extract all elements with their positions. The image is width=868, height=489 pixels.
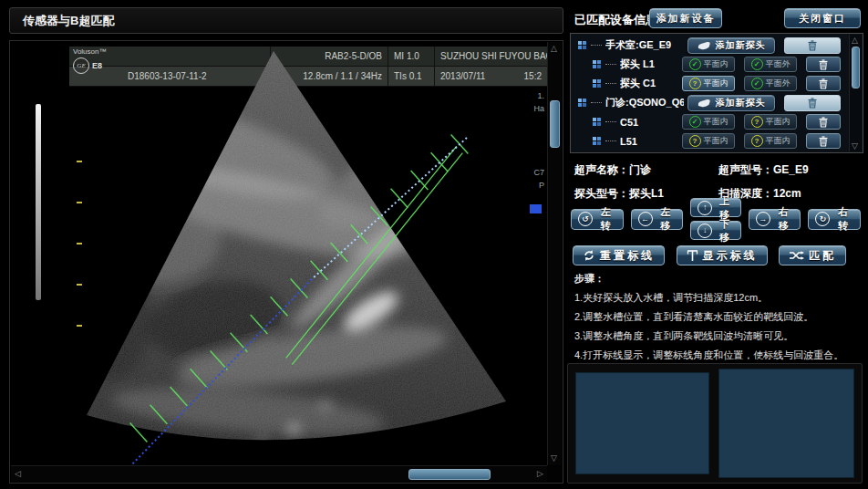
adjustment-buttons: ↺ 左转 ← 左移 ↑ 上移 ↓ 下移 → 右移 ↻ 右转 xyxy=(571,195,861,243)
probe-icon xyxy=(698,99,711,108)
scroll-left-icon[interactable]: ◁ xyxy=(15,470,21,478)
question-status-icon: ? xyxy=(751,135,763,147)
button-label: 左移 xyxy=(657,205,677,233)
match-button[interactable]: 匹配 xyxy=(779,245,846,265)
us-name-label: 超声名称： xyxy=(574,163,629,176)
tree-node-icon xyxy=(578,41,587,50)
tree-row-probe[interactable]: 探头 C1?平面内✓平面外 xyxy=(573,74,848,93)
calibration-status-button[interactable]: ?平面内 xyxy=(682,133,735,149)
button-label: 左转 xyxy=(597,205,616,233)
scroll-down-icon[interactable]: ▽ xyxy=(551,454,557,463)
tree-node-icon xyxy=(593,137,602,146)
calibration-status-button[interactable]: ✓平面内 xyxy=(682,114,735,130)
button-label: 显示标线 xyxy=(703,248,758,264)
button-label: 重置标线 xyxy=(600,248,655,264)
add-probe-button[interactable]: 添加新探头 xyxy=(687,95,775,111)
steps-title: 步骤： xyxy=(574,272,859,286)
rotate-left-button[interactable]: ↺ 左转 xyxy=(571,209,624,230)
tree-row-probe[interactable]: 探头 L1✓平面内✓平面外 xyxy=(573,55,848,74)
scroll-up-icon[interactable]: △ xyxy=(551,45,557,53)
tree-node-icon xyxy=(593,60,602,69)
tree-node-label: 探头 C1 xyxy=(620,77,678,90)
ultrasound-sector-image xyxy=(11,42,547,465)
calibration-status-button[interactable]: ✓平面外 xyxy=(744,57,797,72)
arrow-right-icon: → xyxy=(756,212,770,226)
calibration-status-button[interactable]: ?平面内 xyxy=(682,76,735,91)
horizontal-scrollbar[interactable]: ◁ ▷ xyxy=(11,465,547,482)
delete-device-button[interactable] xyxy=(784,37,841,54)
trash-icon xyxy=(819,136,828,147)
vertical-scroll-thumb[interactable] xyxy=(550,100,560,148)
move-down-button[interactable]: ↓ 下移 xyxy=(690,221,741,240)
add-device-button[interactable]: 添加新设备 xyxy=(649,8,722,28)
tree-node-icon xyxy=(593,79,602,88)
calibration-status-button[interactable]: ?平面内 xyxy=(744,114,797,130)
blue-marker-chip xyxy=(530,204,542,213)
badge-label: 平面内 xyxy=(704,116,728,128)
check-status-icon: ✓ xyxy=(751,58,763,70)
step-item: 4.打开标线显示，调整标线角度和位置，使标线与回波重合。 xyxy=(574,349,859,362)
rotate-right-button[interactable]: ↻ 右转 xyxy=(808,209,861,230)
step-item: 1.夹好探头放入水槽，调节扫描深度12cm。 xyxy=(574,291,859,305)
close-window-button[interactable]: 关闭窗口 xyxy=(784,8,861,28)
tree-node-label: C51 xyxy=(620,117,678,128)
delete-probe-button[interactable] xyxy=(806,133,841,149)
delete-probe-button[interactable] xyxy=(806,57,841,72)
sensor-match-window: 传感器与B超匹配 xyxy=(0,0,868,489)
check-status-icon: ✓ xyxy=(751,78,763,89)
badge-label: 平面内 xyxy=(704,135,728,147)
tree-connector xyxy=(591,45,602,46)
badge-label: 平面内 xyxy=(766,135,790,147)
action-buttons: 重置标线 显示标线 匹配 xyxy=(573,245,846,265)
tree-row-device[interactable]: 门诊:QSONO_Q6添加新探头 xyxy=(573,93,848,112)
reset-line-button[interactable]: 重置标线 xyxy=(573,245,665,265)
horizontal-scroll-thumb[interactable] xyxy=(408,469,491,480)
move-right-button[interactable]: → 右移 xyxy=(749,209,801,230)
tree-row-probe[interactable]: L51?平面内?平面内 xyxy=(573,131,848,151)
trash-icon xyxy=(808,98,817,109)
us-model-label: 超声型号： xyxy=(718,163,773,176)
vertical-scrollbar[interactable]: △ ▽ xyxy=(547,42,562,465)
tree-node-label: 探头 L1 xyxy=(620,57,678,71)
preview-panels xyxy=(567,363,863,484)
tree-scrollbar[interactable]: △ ▽ xyxy=(849,35,862,151)
rotate-left-icon: ↺ xyxy=(578,212,593,226)
trash-icon xyxy=(819,117,828,128)
tree-row-probe[interactable]: C51✓平面内?平面内 xyxy=(573,112,848,131)
calibration-status-button[interactable]: ?平面内 xyxy=(744,133,797,149)
tree-connector xyxy=(605,64,616,65)
us-name-value: 门诊 xyxy=(629,163,651,176)
scroll-down-icon[interactable]: ▽ xyxy=(852,142,858,151)
ge-logo-icon: GE xyxy=(73,57,89,74)
button-label: 匹配 xyxy=(809,248,836,264)
question-status-icon: ? xyxy=(689,135,701,147)
delete-probe-button[interactable] xyxy=(806,76,841,91)
calibration-status-button[interactable]: ✓平面内 xyxy=(682,57,735,72)
calibration-status-button[interactable]: ✓平面外 xyxy=(744,76,797,91)
trash-icon xyxy=(819,59,828,70)
scroll-up-icon[interactable]: △ xyxy=(852,36,858,45)
reset-refresh-icon xyxy=(583,249,595,262)
vendor-logo: Voluson™ GE E8 xyxy=(73,47,128,86)
button-label: 右转 xyxy=(834,205,853,233)
add-probe-button[interactable]: 添加新探头 xyxy=(687,37,775,54)
tree-scroll-thumb[interactable] xyxy=(852,47,860,88)
tree-row-device[interactable]: 手术室:GE_E9添加新探头 xyxy=(573,36,848,55)
tree-connector xyxy=(605,140,616,141)
delete-probe-button[interactable] xyxy=(806,114,841,130)
move-left-button[interactable]: ← 左移 xyxy=(631,209,684,230)
step-item: 3.调整水槽角度，直到两条靶线回波均清晰可见。 xyxy=(574,329,859,343)
scroll-right-icon[interactable]: ▷ xyxy=(537,470,543,478)
delete-device-button[interactable] xyxy=(784,95,841,111)
us-model-value: GE_E9 xyxy=(773,163,809,176)
trash-icon xyxy=(819,78,828,89)
move-up-button[interactable]: ↑ 上移 xyxy=(690,198,741,217)
show-line-button[interactable]: 显示标线 xyxy=(677,245,768,265)
step-item: 2.调整水槽位置，直到看清楚离水面较近的靶线回波。 xyxy=(574,310,859,324)
arrow-down-icon: ↓ xyxy=(698,224,712,238)
model-text: E8 xyxy=(92,61,102,70)
badge-label: 平面内 xyxy=(766,116,790,128)
side-settings-labels: 1. Ha C7 P xyxy=(521,89,544,192)
badge-label: 平面外 xyxy=(766,78,790,89)
tree-node-label: L51 xyxy=(620,136,678,147)
